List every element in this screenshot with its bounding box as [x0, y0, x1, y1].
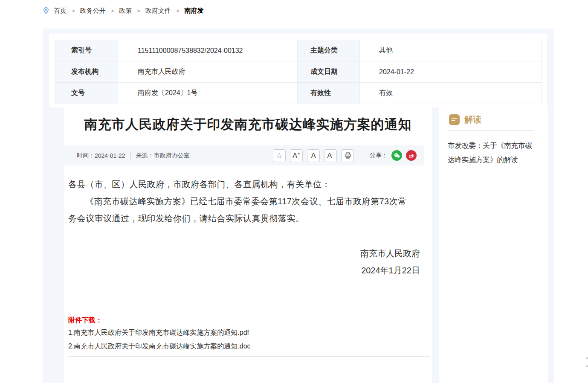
- signature-date: 2024年1月22日: [64, 262, 420, 279]
- attachment-link-pdf[interactable]: 1.南充市人民政府关于印发南充市碳达峰实施方案的通知.pdf: [68, 326, 430, 339]
- article-panel: 南充市人民政府关于印发南充市碳达峰实施方案的通知 时间： 2024-01-22 …: [64, 107, 432, 383]
- validity-value: 有效: [360, 83, 542, 104]
- share-label: 分享：: [370, 152, 388, 160]
- document-info-table: 索引号 115111000087538832/2024-00132 主题分类 其…: [55, 40, 542, 104]
- breadcrumb: 首页 > 政务公开 > 政策 > 政府文件 > 南府发: [43, 5, 206, 16]
- document-icon: [449, 114, 460, 125]
- table-row: 索引号 115111000087538832/2024-00132 主题分类 其…: [55, 40, 542, 61]
- weibo-icon: [408, 152, 415, 159]
- issue-date-label: 成文日期: [298, 61, 360, 83]
- font-decrease-icon: A-: [327, 151, 333, 160]
- interpretation-link[interactable]: 市发改委：关于《南充市碳达峰实施方案》的解读: [448, 139, 538, 167]
- time-value: 2024-01-22: [95, 152, 125, 159]
- issuing-agency-label: 发布机构: [55, 61, 118, 83]
- printer-icon: [344, 152, 351, 159]
- issuing-agency-value: 南充市人民政府: [118, 61, 298, 83]
- issue-date-value: 2024-01-22: [360, 61, 542, 83]
- right-edge-widget: [585, 355, 588, 376]
- content-wrapper: 索引号 115111000087538832/2024-00132 主题分类 其…: [43, 29, 554, 383]
- breadcrumb-home[interactable]: 首页: [54, 7, 67, 15]
- interpretation-sidebar: 解读 市发改委：关于《南充市碳达峰实施方案》的解读: [439, 107, 548, 383]
- sidebar-divider: [448, 131, 534, 131]
- signature-org: 南充市人民政府: [64, 245, 420, 262]
- attachment-link-doc[interactable]: 2.南充市人民政府关于印发南充市碳达峰实施方案的通知.doc: [68, 340, 430, 353]
- sidebar-header: 解读: [439, 107, 548, 125]
- document-number-value: 南府发〔2024〕1号: [118, 83, 298, 104]
- table-row: 发布机构 南充市人民政府 成文日期 2024-01-22: [55, 61, 542, 83]
- validity-label: 有效性: [298, 83, 360, 104]
- breadcrumb-separator: >: [137, 8, 140, 14]
- attachments-section: 附件下载： 1.南充市人民政府关于印发南充市碳达峰实施方案的通知.pdf 2.南…: [68, 316, 430, 357]
- topic-category-label: 主题分类: [298, 40, 360, 61]
- favorite-button[interactable]: ☆: [273, 149, 286, 162]
- breadcrumb-separator: >: [176, 8, 180, 14]
- breadcrumb-separator: >: [72, 8, 75, 14]
- main-paragraph: 《南充市碳达峰实施方案》已经七届市委常委会第117次会议、七届市政府第73次常务…: [68, 193, 415, 227]
- breadcrumb-separator: >: [111, 8, 114, 14]
- font-increase-button[interactable]: A+: [290, 149, 303, 162]
- document-number-label: 文号: [55, 83, 118, 104]
- font-normal-button[interactable]: A: [307, 149, 320, 162]
- topic-category-value: 其他: [360, 40, 542, 61]
- font-increase-icon: A+: [293, 151, 300, 160]
- meta-divider: [130, 152, 131, 159]
- table-row: 文号 南府发〔2024〕1号 有效性 有效: [55, 83, 542, 104]
- breadcrumb-zhengce[interactable]: 政策: [119, 7, 132, 15]
- attachments-divider: [68, 356, 430, 357]
- share-group: 分享：: [370, 150, 417, 161]
- index-number-value: 115111000087538832/2024-00132: [118, 40, 298, 61]
- salutation-paragraph: 各县（市、区）人民政府，市政府各部门、各直属机构，有关单位：: [68, 176, 415, 193]
- article-meta-bar: 时间： 2024-01-22 来源： 市政府办公室 ☆ A+ A A-: [64, 145, 424, 165]
- document-info-card: 索引号 115111000087538832/2024-00132 主题分类 其…: [49, 34, 547, 107]
- location-pin-icon: [43, 7, 49, 15]
- breadcrumb-zhengwugongkai[interactable]: 政务公开: [80, 7, 106, 15]
- weibo-share-button[interactable]: [406, 150, 417, 161]
- font-decrease-button[interactable]: A-: [324, 149, 337, 162]
- sidebar-title: 解读: [464, 114, 481, 125]
- attachments-title: 附件下载：: [68, 316, 430, 325]
- print-button[interactable]: [341, 149, 354, 162]
- breadcrumb-current: 南府发: [184, 7, 203, 15]
- wechat-icon: [394, 152, 400, 159]
- toolbar: ☆ A+ A A-: [273, 149, 354, 162]
- page-title: 南充市人民政府关于印发南充市碳达峰实施方案的通知: [64, 107, 432, 134]
- time-label: 时间：: [77, 152, 95, 160]
- signature-block: 南充市人民政府 2024年1月22日: [64, 245, 420, 279]
- source-label: 来源：: [136, 152, 154, 160]
- star-icon: ☆: [276, 152, 283, 160]
- index-number-label: 索引号: [55, 40, 118, 61]
- font-normal-icon: A: [311, 152, 316, 160]
- article-body: 各县（市、区）人民政府，市政府各部门、各直属机构，有关单位： 《南充市碳达峰实施…: [68, 176, 415, 227]
- wechat-share-button[interactable]: [391, 150, 402, 161]
- source-value: 市政府办公室: [154, 152, 190, 160]
- breadcrumb-zhengfuwenjian[interactable]: 政府文件: [145, 7, 171, 15]
